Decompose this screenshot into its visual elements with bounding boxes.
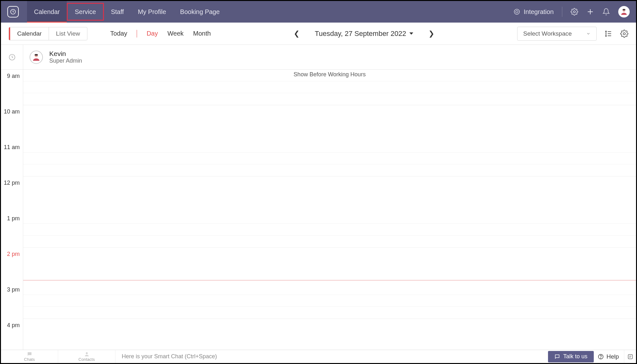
show-before-hours-link[interactable]: Show Before Working Hours <box>23 71 636 78</box>
svg-point-1 <box>514 9 520 15</box>
nav-my-profile[interactable]: My Profile <box>131 1 173 23</box>
hour-row[interactable] <box>23 212 636 248</box>
time-label: 12 pm <box>4 180 20 186</box>
svg-rect-5 <box>623 9 626 10</box>
clock-logo-icon <box>10 9 16 15</box>
clock-icon <box>8 53 16 61</box>
help-label: Help <box>606 353 619 360</box>
range-month[interactable]: Month <box>193 30 211 37</box>
nav-items: Calendar Service Staff My Profile Bookin… <box>27 1 227 23</box>
svg-rect-9 <box>35 54 38 56</box>
view-list[interactable]: List View <box>49 27 87 40</box>
gear-icon[interactable] <box>571 8 578 16</box>
chat-bubble-icon <box>554 354 560 360</box>
next-day-button[interactable]: ❯ <box>428 30 434 38</box>
time-label: 10 am <box>4 108 20 115</box>
time-column: 9 am10 am11 am12 pm1 pm2 pm3 pm4 pm <box>1 70 23 350</box>
view-calendar[interactable]: Calendar <box>9 27 49 40</box>
hour-row[interactable] <box>23 283 636 319</box>
bell-icon[interactable] <box>602 8 610 16</box>
separator <box>562 7 562 17</box>
top-nav: Calendar Service Staff My Profile Bookin… <box>1 1 636 23</box>
talk-label: Talk to us <box>563 353 587 360</box>
calendar-grid: 9 am10 am11 am12 pm1 pm2 pm3 pm4 pm Show… <box>1 70 636 350</box>
workspace-select[interactable]: Select Workspace <box>517 27 597 41</box>
integration-button[interactable]: Integration <box>513 8 554 16</box>
time-label: 9 am <box>7 73 20 79</box>
separator <box>137 30 137 38</box>
avatar-icon <box>31 52 41 62</box>
view-switch: Calendar List View <box>9 27 87 40</box>
settings-icon[interactable] <box>620 30 628 38</box>
prev-day-button[interactable]: ❮ <box>294 30 299 38</box>
today-button[interactable]: Today <box>110 30 127 37</box>
toolbar: Calendar List View Today Day Week Month … <box>1 23 636 45</box>
footer-contacts[interactable]: Contacts <box>58 350 115 363</box>
chevron-down-icon <box>586 31 591 36</box>
nav-booking-page[interactable]: Booking Page <box>173 1 227 23</box>
staff-header: Kevin Super Admin <box>1 45 636 70</box>
footer-contacts-label: Contacts <box>79 357 95 362</box>
talk-to-us-button[interactable]: Talk to us <box>548 351 594 362</box>
staff-name: Kevin <box>49 50 82 58</box>
date-label-text: Tuesday, 27 September 2022 <box>315 30 406 38</box>
help-button[interactable]: Help <box>598 353 619 360</box>
svg-rect-13 <box>628 354 632 359</box>
topnav-right: Integration <box>513 6 630 17</box>
staff-avatar <box>30 51 43 64</box>
date-center: ❮ Tuesday, 27 September 2022 ❯ <box>218 30 510 38</box>
range-day[interactable]: Day <box>147 30 158 37</box>
widget-icon <box>627 354 634 360</box>
time-column-header <box>1 45 23 69</box>
time-label: 4 pm <box>7 322 20 329</box>
help-icon <box>598 354 604 360</box>
plus-icon[interactable] <box>586 8 594 16</box>
staff-role: Super Admin <box>49 58 82 64</box>
day-column[interactable]: Show Before Working Hours <box>23 70 636 350</box>
chevron-down-icon <box>409 32 413 35</box>
smart-chat-input[interactable]: Here is your Smart Chat (Ctrl+Space) <box>115 353 548 360</box>
hour-row[interactable] <box>23 141 636 176</box>
avatar-icon <box>620 8 628 16</box>
footer-chats[interactable]: Chats <box>1 350 58 363</box>
chat-icon <box>27 351 32 357</box>
date-nav-group: Today Day Week Month <box>110 30 211 38</box>
nav-calendar[interactable]: Calendar <box>27 1 67 23</box>
workspace-select-label: Select Workspace <box>523 30 572 37</box>
contacts-icon <box>84 351 90 357</box>
svg-point-10 <box>86 352 88 354</box>
footer: Chats Contacts Here is your Smart Chat (… <box>1 350 636 363</box>
svg-point-12 <box>600 358 601 358</box>
app-logo[interactable] <box>7 6 19 17</box>
svg-point-3 <box>573 11 575 13</box>
footer-chats-label: Chats <box>24 357 35 362</box>
time-label: 2 pm <box>7 251 20 258</box>
staff-info[interactable]: Kevin Super Admin <box>23 50 82 64</box>
nav-staff[interactable]: Staff <box>104 1 131 23</box>
integration-icon <box>513 8 520 15</box>
footer-widget-button[interactable] <box>624 350 636 363</box>
svg-point-6 <box>623 32 626 35</box>
date-picker[interactable]: Tuesday, 27 September 2022 <box>315 30 413 38</box>
time-label: 1 pm <box>7 215 20 222</box>
range-week[interactable]: Week <box>168 30 184 37</box>
current-time-line <box>23 280 636 280</box>
toolbar-right: Select Workspace <box>517 27 628 41</box>
time-label: 11 am <box>4 144 20 151</box>
time-label: 3 pm <box>7 286 20 293</box>
line-spacing-icon[interactable] <box>604 30 613 38</box>
nav-service[interactable]: Service <box>67 3 104 21</box>
profile-avatar[interactable] <box>618 6 630 17</box>
integration-label: Integration <box>524 8 554 16</box>
svg-point-2 <box>516 10 518 13</box>
